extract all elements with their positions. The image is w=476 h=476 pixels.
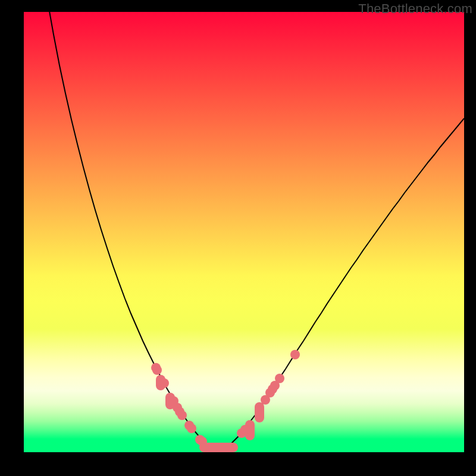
data-point xyxy=(290,350,300,359)
data-cluster xyxy=(156,375,165,390)
data-point xyxy=(152,365,162,375)
plot-area xyxy=(24,12,464,452)
data-point xyxy=(275,374,284,383)
bottleneck-curve xyxy=(24,12,464,452)
watermark-text: TheBottleneck.com xyxy=(358,1,472,17)
data-cluster xyxy=(199,443,238,452)
data-cluster xyxy=(255,402,264,422)
data-point xyxy=(177,411,187,420)
data-cluster xyxy=(165,393,175,409)
data-point xyxy=(187,424,196,433)
data-point xyxy=(240,425,250,434)
chart-stage: TheBottleneck.com xyxy=(0,0,476,476)
